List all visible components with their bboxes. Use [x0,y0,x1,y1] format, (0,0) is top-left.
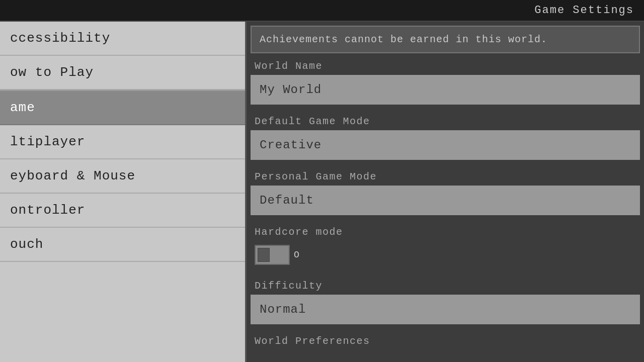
sidebar-item-touch[interactable]: ouch [0,228,245,262]
sidebar-item-label: ontroller [10,203,85,218]
toggle-knob [258,248,270,262]
sidebar-item-label: ow to Play [10,65,94,80]
hardcore-mode-toggle-container: O [247,241,644,273]
sidebar: ccessibility ow to Play ame ltiplayer ey… [0,22,247,362]
hardcore-mode-toggle[interactable] [255,245,290,265]
difficulty-dropdown[interactable]: Normal [251,295,640,324]
sidebar-item-label: ouch [10,237,43,252]
world-name-label: World Name [247,53,644,75]
content-panel: Achievements cannot be earned in this wo… [247,22,644,362]
world-preferences-label: World Preferences [247,328,644,350]
sidebar-item-label: ccessibility [10,31,110,46]
world-name-input[interactable]: My World [251,75,640,105]
sidebar-item-multiplayer[interactable]: ltiplayer [0,125,245,159]
main-container: ccessibility ow to Play ame ltiplayer ey… [0,22,644,362]
sidebar-item-label: ltiplayer [10,134,85,149]
achievements-banner: Achievements cannot be earned in this wo… [251,26,640,53]
sidebar-item-how-to-play[interactable]: ow to Play [0,56,245,90]
page-title: Game Settings [534,4,634,17]
toggle-text: O [294,250,300,260]
sidebar-item-label: ame [10,100,35,115]
sidebar-item-keyboard-mouse[interactable]: eyboard & Mouse [0,159,245,194]
sidebar-item-label: eyboard & Mouse [10,168,135,184]
personal-game-mode-label: Personal Game Mode [247,164,644,186]
difficulty-label: Difficulty [247,273,644,295]
title-bar: Game Settings [0,0,644,22]
default-game-mode-label: Default Game Mode [247,109,644,130]
default-game-mode-dropdown[interactable]: Creative [251,130,640,160]
sidebar-item-controller[interactable]: ontroller [0,194,245,228]
sidebar-item-accessibility[interactable]: ccessibility [0,22,245,56]
achievements-text: Achievements cannot be earned in this wo… [260,34,547,45]
hardcore-mode-label: Hardcore mode [247,219,644,241]
sidebar-item-game[interactable]: ame [0,90,245,125]
personal-game-mode-dropdown[interactable]: Default [251,186,640,215]
